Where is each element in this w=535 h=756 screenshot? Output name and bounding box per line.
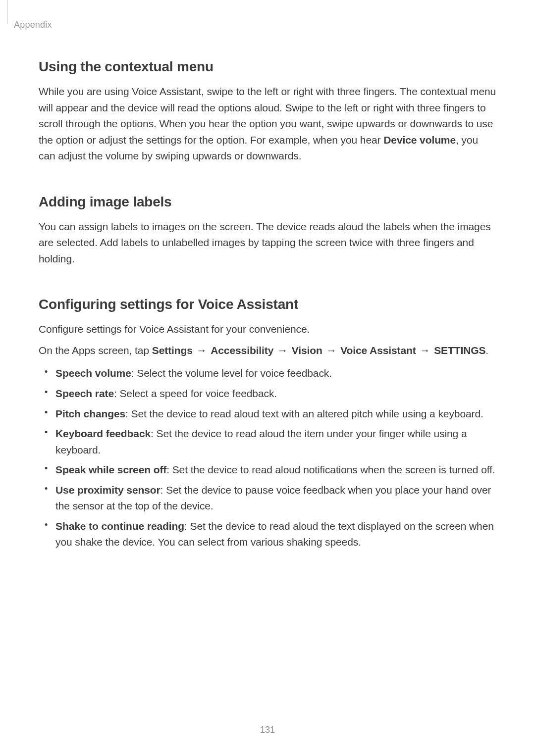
list-item: Shake to continue reading: Set the devic…: [39, 518, 496, 551]
paragraph-image-labels: You can assign labels to images on the s…: [39, 219, 496, 267]
heading-contextual-menu: Using the contextual menu: [39, 59, 496, 75]
arrow-icon: →: [322, 345, 340, 356]
list-item: Keyboard feedback: Set the device to rea…: [39, 426, 496, 458]
bold-device-volume: Device volume: [383, 134, 456, 146]
desc: : Select the volume level for voice feed…: [131, 367, 332, 379]
settings-list: Speech volume: Select the volume level f…: [39, 365, 496, 550]
desc: : Set the device to read aloud text with…: [125, 408, 483, 419]
term: Use proximity sensor: [55, 484, 160, 496]
page: Appendix Using the contextual menu While…: [0, 0, 535, 756]
term: Pitch changes: [55, 408, 125, 419]
header-rule: [7, 0, 7, 24]
list-item: Use proximity sensor: Set the device to …: [39, 482, 496, 514]
list-item: Pitch changes: Set the device to read al…: [39, 406, 496, 422]
paragraph-contextual-menu: While you are using Voice Assistant, swi…: [39, 84, 496, 164]
nav-voice-assistant: Voice Assistant: [340, 345, 416, 356]
arrow-icon: →: [193, 345, 211, 356]
text: On the Apps screen, tap: [39, 345, 152, 356]
section-label: Appendix: [14, 10, 496, 30]
desc: : Set the device to read aloud notificat…: [166, 464, 495, 475]
term: Speech volume: [55, 367, 131, 379]
list-item: Speak while screen off: Set the device t…: [39, 462, 496, 478]
page-number: 131: [0, 725, 535, 735]
arrow-icon: →: [273, 345, 291, 356]
nav-accessibility: Accessibility: [211, 345, 273, 356]
arrow-icon: →: [416, 345, 434, 356]
text: .: [485, 345, 488, 356]
heading-image-labels: Adding image labels: [39, 194, 496, 210]
paragraph-configure-intro: Configure settings for Voice Assistant f…: [39, 321, 496, 338]
list-item: Speech volume: Select the volume level f…: [39, 365, 496, 382]
nav-settings-caps: SETTINGS: [434, 345, 485, 356]
term: Speech rate: [55, 388, 114, 399]
nav-settings: Settings: [152, 345, 193, 356]
term: Keyboard feedback: [55, 428, 151, 439]
term: Shake to continue reading: [55, 520, 184, 532]
list-item: Speech rate: Select a speed for voice fe…: [39, 386, 496, 402]
heading-configuring: Configuring settings for Voice Assistant: [39, 297, 496, 312]
paragraph-navigation-path: On the Apps screen, tap Settings → Acces…: [39, 343, 496, 359]
term: Speak while screen off: [55, 464, 166, 475]
nav-vision: Vision: [292, 345, 322, 356]
desc: : Select a speed for voice feedback.: [114, 388, 277, 399]
